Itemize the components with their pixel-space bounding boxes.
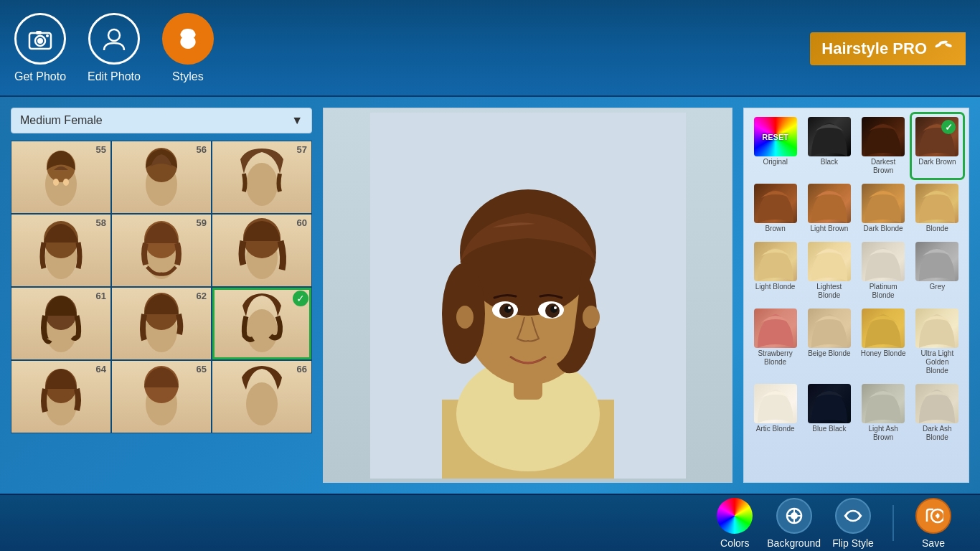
black-swatch [808,117,851,156]
platinum-swatch [862,242,905,281]
svg-point-32 [246,382,278,425]
colors-button[interactable]: Colors [710,498,760,549]
style-number: 55 [96,144,106,155]
dark-blonde-swatch [862,184,905,223]
reset-swatch: RESET [754,117,797,156]
svg-point-46 [550,306,557,313]
flip-style-button[interactable]: Flip Style [828,498,878,549]
style-number: 61 [96,291,106,301]
background-icon [776,498,812,534]
color-label-lightest-blonde: Lightest Blonde [806,283,852,300]
color-label-dark-ash-blonde: Dark Ash Blonde [915,425,960,442]
grey-swatch [915,242,958,281]
style-number: 57 [297,144,307,155]
color-option-light-ash-brown[interactable]: Light Ash Brown [858,381,909,445]
color-label-platinum-blonde: Platinum Blonde [861,283,906,300]
brown-swatch [754,184,797,223]
color-option-dark-ash-blonde[interactable]: Dark Ash Blonde [912,381,963,445]
color-option-original[interactable]: RESET Original [750,114,801,178]
strawberry-swatch [754,309,797,348]
style-category-dropdown[interactable]: Medium Female ▼ [11,108,312,133]
nav-styles[interactable]: Styles [162,13,214,83]
color-option-platinum-blonde[interactable]: Platinum Blonde [858,239,909,303]
color-option-dark-brown[interactable]: ✓ Dark Brown [912,114,963,178]
save-button[interactable]: Save [908,498,958,549]
color-option-light-brown[interactable]: Light Brown [804,181,854,236]
color-label-honey-blonde: Honey Blonde [861,349,906,358]
style-item-65[interactable]: 65 [112,361,211,433]
style-grid: 55 56 [11,141,312,433]
color-option-beige-blonde[interactable]: Beige Blonde [804,306,854,378]
person-icon [88,13,140,65]
svg-point-2 [37,38,43,44]
nav-get-photo[interactable]: Get Photo [14,13,66,83]
color-option-strawberry-blonde[interactable]: Strawberry Blonde [750,306,801,378]
color-option-dark-blonde[interactable]: Dark Blonde [858,181,909,236]
background-button[interactable]: Background [767,498,821,549]
header: Get Photo Edit Photo Styles Hairstyle [0,0,980,97]
left-panel: Medium Female ▼ [11,108,312,483]
beige-blonde-swatch [808,309,851,348]
nav-edit-photo[interactable]: Edit Photo [88,13,141,83]
chevron-down-icon: ▼ [291,114,303,127]
color-option-black[interactable]: Black [804,114,854,178]
color-option-light-blonde[interactable]: Light Blonde [750,239,801,303]
color-option-darkest-brown[interactable]: Darkest Brown [858,114,909,178]
svg-point-12 [53,179,59,186]
blonde-swatch [915,184,958,223]
style-item-57[interactable]: 57 [212,141,311,213]
style-number: 56 [197,144,207,155]
style-item-61[interactable]: 61 [11,288,110,359]
style-item-64[interactable]: 64 [11,361,110,433]
style-item-58[interactable]: 58 [11,215,110,286]
svg-point-47 [508,306,511,309]
style-item-66[interactable]: 66 [212,361,311,433]
toolbar-divider [892,505,894,541]
style-item-59[interactable]: 59 [112,215,211,286]
svg-point-16 [246,163,278,206]
color-label-strawberry-blonde: Strawberry Blonde [753,349,798,367]
style-number: 59 [197,217,207,228]
color-option-artic-blonde[interactable]: Artic Blonde [750,381,801,445]
darkest-brown-swatch [862,117,905,156]
style-item-55[interactable]: 55 [11,141,110,213]
camera-icon [14,13,66,65]
color-label-dark-blonde: Dark Blonde [864,225,903,233]
style-grid-container[interactable]: 55 56 [11,141,312,433]
ultra-light-swatch [915,309,958,348]
color-option-blue-black[interactable]: Blue Black [804,381,854,445]
colors-palette-icon [717,498,753,534]
light-ash-swatch [862,384,905,423]
color-option-lightest-blonde[interactable]: Lightest Blonde [804,239,854,303]
artic-blonde-swatch [754,384,797,423]
color-label-beige-blonde: Beige Blonde [808,349,851,358]
header-nav: Get Photo Edit Photo Styles [14,13,214,83]
style-item-63[interactable]: ✓ [212,288,311,359]
color-option-ultra-light-golden-blonde[interactable]: Ultra Light Golden Blonde [912,306,963,378]
color-option-brown[interactable]: Brown [750,181,801,236]
svg-point-49 [456,306,473,329]
style-number: 65 [197,364,207,375]
svg-point-5 [108,29,120,41]
color-label-darkest-brown: Darkest Brown [861,158,906,175]
color-label-light-ash-brown: Light Ash Brown [861,425,906,442]
color-grid: RESET Original Black Darkest Brown [750,114,963,445]
blue-black-swatch [808,384,851,423]
colors-button-label: Colors [720,537,749,549]
color-label-blonde: Blonde [926,225,948,233]
svg-rect-3 [36,31,42,34]
svg-point-45 [504,306,512,313]
color-option-grey[interactable]: Grey [912,239,963,303]
svg-point-27 [246,309,278,352]
color-label-ultra-light-golden-blonde: Ultra Light Golden Blonde [915,349,960,375]
light-blonde-swatch [754,242,797,281]
color-label-brown: Brown [765,225,785,233]
style-item-60[interactable]: 60 [212,215,311,286]
save-icon [915,498,951,534]
color-option-blonde[interactable]: Blonde [912,181,963,236]
svg-point-13 [63,179,69,186]
style-item-56[interactable]: 56 [112,141,211,213]
style-item-62[interactable]: 62 [112,288,211,359]
color-label-light-blonde: Light Blonde [755,283,796,291]
color-option-honey-blonde[interactable]: Honey Blonde [858,306,909,378]
